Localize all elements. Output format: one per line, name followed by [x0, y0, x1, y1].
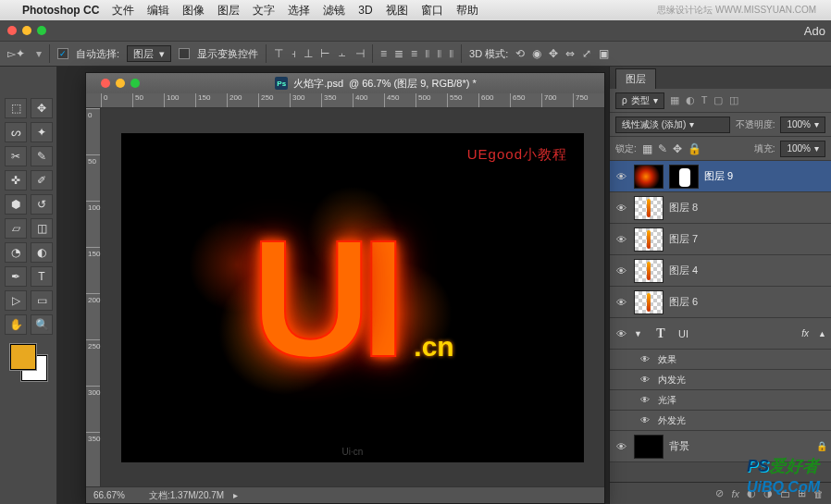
layer-name[interactable]: 图层 6 [669, 295, 827, 309]
menu-file[interactable]: 文件 [112, 3, 134, 18]
visibility-toggle-icon[interactable]: 👁 [614, 297, 628, 308]
layer-row-layer4[interactable]: 👁 图层 4 [610, 255, 831, 287]
pen-tool[interactable]: ✒ [5, 266, 27, 287]
link-layers-icon[interactable]: ⊘ [715, 487, 724, 499]
layer-thumbnail[interactable] [634, 259, 664, 283]
visibility-toggle-icon[interactable]: 👁 [614, 203, 628, 214]
lock-position-icon[interactable]: ✥ [673, 142, 682, 155]
layer-filter-kind-dropdown[interactable]: ρ类型▾ [615, 92, 664, 109]
menu-view[interactable]: 视图 [386, 3, 408, 18]
layer-effects-header[interactable]: 👁 效果 [610, 350, 831, 370]
menu-help[interactable]: 帮助 [456, 3, 478, 18]
lock-transparency-icon[interactable]: ▦ [642, 142, 652, 155]
fx-disclosure-icon[interactable]: ▲ [818, 329, 827, 338]
layer-effect-satin[interactable]: 👁 光泽 [610, 390, 831, 411]
3d-orbit-icon[interactable]: ⟲ [515, 47, 525, 60]
layer-effect-inner-glow[interactable]: 👁 内发光 [610, 370, 831, 390]
status-chevron-icon[interactable]: ▸ [233, 490, 238, 500]
foreground-color-swatch[interactable] [10, 344, 36, 370]
hand-tool[interactable]: ✋ [5, 314, 27, 335]
delete-layer-icon[interactable]: 🗑 [813, 488, 824, 499]
3d-roll-icon[interactable]: ◉ [532, 47, 541, 60]
visibility-toggle-icon[interactable]: 👁 [614, 265, 628, 277]
show-transform-checkbox[interactable] [179, 48, 190, 59]
ruler-horizontal[interactable]: 0501001502002503003504004505005506006507… [86, 93, 604, 108]
doc-close-icon[interactable] [101, 79, 110, 88]
3d-camera-icon[interactable]: ▣ [599, 47, 609, 60]
canvas-area[interactable]: UEgood小教程 UI.cn Ui·cn [101, 108, 604, 486]
fill-field[interactable]: 100%▾ [780, 141, 825, 157]
filter-adjustment-icon[interactable]: ◐ [686, 94, 695, 106]
layer-group-icon[interactable]: 🗀 [780, 488, 790, 499]
doc-minimize-icon[interactable] [116, 79, 125, 88]
visibility-toggle-icon[interactable]: 👁 [638, 395, 652, 405]
visibility-toggle-icon[interactable]: 👁 [614, 171, 628, 182]
distribute-left-icon[interactable]: ⫴ [425, 47, 429, 60]
menu-image[interactable]: 图像 [182, 3, 205, 18]
tool-preset-dropdown[interactable] [32, 47, 42, 60]
visibility-toggle-icon[interactable]: 👁 [614, 234, 628, 245]
layer-row-layer9[interactable]: 👁 图层 9 [610, 161, 831, 192]
shape-tool[interactable]: ▭ [31, 290, 53, 311]
doc-zoom-icon[interactable] [130, 79, 140, 88]
fx-badge[interactable]: fx [801, 328, 809, 338]
marquee-tool[interactable]: ⬚ [5, 98, 27, 118]
filter-type-icon[interactable]: T [701, 94, 708, 106]
dodge-tool[interactable]: ◐ [31, 242, 53, 263]
layer-thumbnail[interactable] [634, 196, 664, 220]
opacity-field[interactable]: 100%▾ [780, 117, 825, 133]
auto-select-checkbox[interactable]: ✓ [57, 48, 68, 59]
document-size-status[interactable]: 文档:1.37M/20.7M [149, 489, 224, 502]
layer-name[interactable]: 图层 7 [669, 232, 827, 246]
document-titlebar[interactable]: Ps 火焰字.psd @ 66.7% (图层 9, RGB/8*) * [86, 73, 604, 93]
menu-edit[interactable]: 编辑 [147, 3, 169, 18]
filter-shape-icon[interactable]: ▢ [713, 94, 723, 106]
menu-type[interactable]: 文字 [253, 3, 275, 18]
layer-thumbnail[interactable] [634, 290, 664, 314]
eyedropper-tool[interactable]: ✎ [31, 146, 53, 166]
color-swatches[interactable] [10, 344, 47, 381]
align-hcenter-icon[interactable]: ⫠ [337, 47, 348, 60]
gradient-tool[interactable]: ◫ [31, 218, 53, 239]
blur-tool[interactable]: ◔ [5, 242, 27, 263]
eraser-tool[interactable]: ▱ [5, 218, 27, 239]
zoom-level[interactable]: 66.67% [93, 490, 140, 500]
menu-3d[interactable]: 3D [358, 4, 372, 17]
menu-window[interactable]: 窗口 [421, 3, 443, 18]
distribute-top-icon[interactable]: ≡ [380, 47, 387, 60]
layer-style-icon[interactable]: fx [731, 488, 739, 499]
align-top-icon[interactable]: ⊤ [274, 47, 283, 60]
layer-row-layer6[interactable]: 👁 图层 6 [610, 287, 831, 318]
menubar-app-name[interactable]: Photoshop CC [22, 4, 99, 17]
visibility-toggle-icon[interactable]: 👁 [638, 415, 652, 425]
distribute-hcenter-icon[interactable]: ⫴ [437, 47, 441, 60]
magic-wand-tool[interactable]: ✦ [31, 122, 53, 142]
layer-row-ui-text[interactable]: 👁 ▼ T UI fx ▲ [610, 318, 831, 350]
layer-mask-thumbnail[interactable] [669, 165, 699, 189]
new-layer-icon[interactable]: ⊞ [798, 487, 806, 499]
layer-mask-icon[interactable]: ◐ [747, 487, 756, 499]
adjustment-layer-icon[interactable]: ◑ [763, 487, 773, 499]
align-bottom-icon[interactable]: ⊥ [304, 47, 313, 60]
visibility-toggle-icon[interactable]: 👁 [614, 441, 628, 452]
3d-slide-icon[interactable]: ⇔ [565, 47, 575, 60]
blend-mode-dropdown[interactable]: 线性减淡 (添加)▾ [615, 117, 730, 133]
layer-name[interactable]: 图层 9 [704, 169, 827, 183]
layer-name[interactable]: UI [678, 328, 796, 339]
lock-all-icon[interactable]: 🔒 [688, 142, 701, 155]
align-left-icon[interactable]: ⊢ [320, 47, 329, 60]
filter-pixel-icon[interactable]: ▦ [670, 94, 679, 106]
visibility-toggle-icon[interactable]: 👁 [614, 328, 628, 339]
close-icon[interactable] [7, 26, 17, 35]
3d-scale-icon[interactable]: ⤢ [582, 47, 591, 60]
distribute-bottom-icon[interactable]: ≡ [411, 47, 417, 60]
lock-pixels-icon[interactable]: ✎ [658, 142, 667, 155]
visibility-toggle-icon[interactable]: 👁 [638, 354, 652, 364]
zoom-icon[interactable] [37, 26, 46, 35]
crop-tool[interactable]: ✂ [5, 146, 27, 166]
brush-tool[interactable]: ✐ [31, 170, 53, 191]
layer-name[interactable]: 背景 [669, 439, 811, 453]
clone-stamp-tool[interactable]: ⬢ [5, 194, 27, 215]
artboard[interactable]: UEgood小教程 UI.cn Ui·cn [121, 133, 584, 462]
layer-effect-outer-glow[interactable]: 👁 外发光 [610, 411, 831, 431]
